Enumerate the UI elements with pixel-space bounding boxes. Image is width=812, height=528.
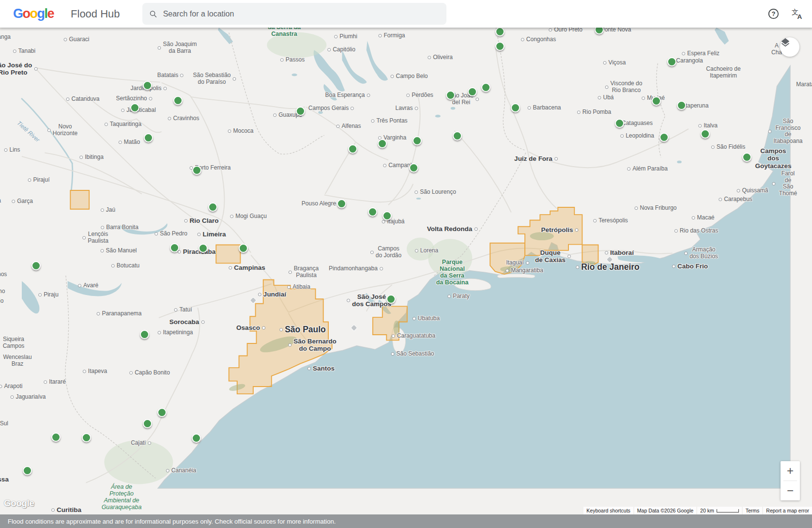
town-circle-marker xyxy=(768,130,771,133)
gauge-marker[interactable] xyxy=(170,243,179,252)
map-label: Itararé xyxy=(44,379,66,386)
gauge-marker[interactable] xyxy=(383,211,392,220)
road xyxy=(36,68,160,82)
town-circle-marker xyxy=(711,145,715,149)
map-label-text: Ubá xyxy=(603,94,613,101)
layers-icon xyxy=(780,37,791,48)
gauge-marker[interactable] xyxy=(23,466,32,475)
gauge-marker[interactable] xyxy=(130,103,139,112)
gauge-marker[interactable] xyxy=(144,133,153,142)
town-circle-marker xyxy=(719,198,722,201)
map-label-text: Cananéia xyxy=(171,467,196,474)
gauge-marker[interactable] xyxy=(701,129,710,139)
gauge-marker[interactable] xyxy=(239,244,248,253)
gauge-marker[interactable] xyxy=(157,408,167,417)
map-label: Petrópolis xyxy=(541,226,578,233)
gauge-marker[interactable] xyxy=(192,434,201,443)
town-circle-marker xyxy=(605,86,609,89)
search-icon xyxy=(149,10,157,18)
map-label-text: Jaguariaíva xyxy=(15,394,46,401)
map-label: Limeira xyxy=(197,231,226,238)
logo-letter: o xyxy=(30,6,37,21)
town-circle-marker xyxy=(447,295,451,298)
gauge-marker[interactable] xyxy=(368,207,377,217)
map-label-text: Macaé xyxy=(697,215,714,221)
map-label-text: Santos xyxy=(313,365,335,372)
gauge-marker[interactable] xyxy=(143,81,152,90)
gauge-marker[interactable] xyxy=(453,131,462,140)
gauge-marker[interactable] xyxy=(481,83,490,92)
town-circle-marker xyxy=(620,134,624,138)
lake xyxy=(342,50,367,83)
app-header: Google Flood Hub ? 文 A xyxy=(0,0,812,28)
gauge-marker[interactable] xyxy=(31,261,41,270)
gauge-marker[interactable] xyxy=(742,153,751,162)
layers-button[interactable] xyxy=(780,37,799,57)
lake xyxy=(314,50,345,91)
gauge-marker[interactable] xyxy=(199,244,208,253)
keyboard-shortcuts-link[interactable]: Keyboard shortcuts xyxy=(586,508,630,513)
gauge-marker[interactable] xyxy=(192,166,201,175)
town-circle-marker xyxy=(44,380,47,384)
gauge-marker[interactable] xyxy=(659,133,669,142)
search-bar[interactable] xyxy=(142,3,446,25)
map-label-text: Área de Proteção Ambiental de Guaraqueça… xyxy=(102,483,142,511)
report-map-error-link[interactable]: Report a map error xyxy=(766,508,809,513)
gauge-marker[interactable] xyxy=(446,91,455,100)
help-icon[interactable]: ? xyxy=(767,8,780,20)
zoom-in-button[interactable]: + xyxy=(781,461,800,481)
gauge-marker[interactable] xyxy=(495,42,505,51)
gauge-marker[interactable] xyxy=(615,119,624,128)
gauge-marker[interactable] xyxy=(173,96,183,105)
pond xyxy=(451,107,455,110)
map-label-text: Rio Pomba xyxy=(582,109,611,116)
gauge-marker[interactable] xyxy=(511,103,520,112)
gauge-marker[interactable] xyxy=(677,101,686,110)
map-label-text: Matão xyxy=(124,139,140,146)
translate-icon[interactable]: 文 A xyxy=(791,8,804,20)
gauge-marker[interactable] xyxy=(348,144,357,154)
map-label-text: Nova Friburgo xyxy=(640,205,676,212)
map-label: Piraí do Sul xyxy=(0,420,8,427)
gauge-marker[interactable] xyxy=(51,433,61,442)
map-label: Jundiaí xyxy=(258,291,286,298)
flood-zone[interactable] xyxy=(216,245,240,264)
town-circle-marker xyxy=(605,251,608,255)
town-circle-marker xyxy=(288,343,291,347)
gauge-marker[interactable] xyxy=(82,433,91,442)
gauge-marker[interactable] xyxy=(652,96,661,106)
map-label: Lençóis Paulista xyxy=(82,231,108,244)
map-label: Carapebus xyxy=(719,196,752,203)
flood-zone[interactable] xyxy=(70,190,89,209)
map-label-text: Tatuí xyxy=(179,307,192,313)
terms-link[interactable]: Terms xyxy=(746,508,760,513)
gauge-marker[interactable] xyxy=(468,87,477,96)
map-label: Oliveira xyxy=(428,54,453,61)
map-canvas[interactable]: VotuporangaGuaraciTanabiSão José do Rio … xyxy=(0,28,812,514)
gauge-marker[interactable] xyxy=(378,139,387,148)
map-label-text: Carangola xyxy=(676,58,703,64)
gauge-marker[interactable] xyxy=(208,202,217,212)
gauge-marker[interactable] xyxy=(413,136,422,145)
gauge-marker[interactable] xyxy=(140,330,149,339)
town-circle-marker xyxy=(736,189,740,192)
gauge-marker[interactable] xyxy=(337,199,346,208)
gauge-marker[interactable] xyxy=(143,419,152,428)
gauge-marker[interactable] xyxy=(386,295,396,304)
town-circle-marker xyxy=(12,200,15,203)
map-label: Leopoldina xyxy=(620,133,654,140)
search-input[interactable] xyxy=(162,9,440,19)
map-label-text: Armação dos Búzios xyxy=(689,247,718,260)
town-circle-marker xyxy=(383,164,386,167)
map-label-text: São Sebastião do Paraíso xyxy=(193,72,230,85)
town-circle-marker xyxy=(34,67,37,71)
gauge-marker[interactable] xyxy=(296,107,305,116)
town-circle-marker xyxy=(334,35,337,38)
map-label: Piumhi xyxy=(334,33,357,40)
map-label-text: Perdões xyxy=(412,92,433,99)
zoom-out-button[interactable]: − xyxy=(781,481,800,500)
gauge-marker[interactable] xyxy=(667,57,676,66)
gauge-marker[interactable] xyxy=(409,163,418,172)
map-label: São Fidélis xyxy=(711,144,745,151)
map-label-text: Parque Nacional da Serra da Bocaina xyxy=(436,259,469,286)
